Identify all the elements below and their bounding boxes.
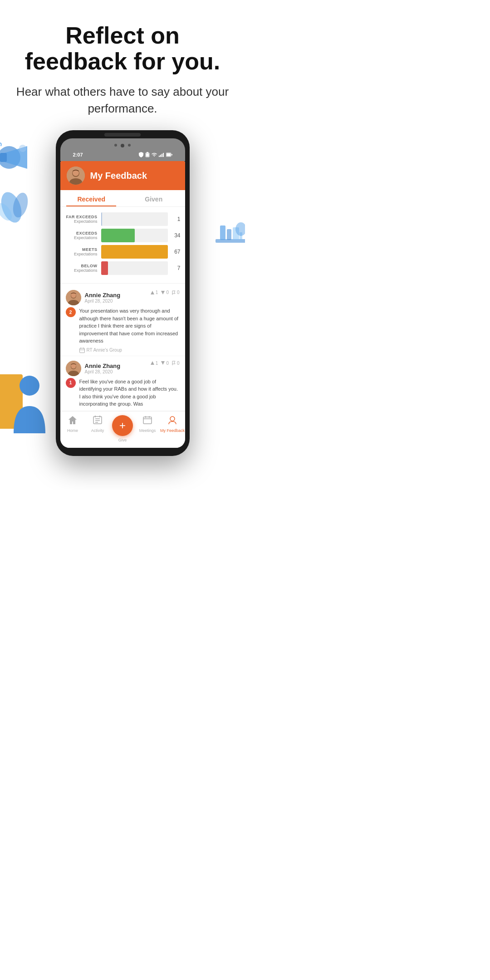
upvote-icon	[150, 290, 155, 295]
nav-activity-label: Activity	[91, 428, 104, 433]
feedback-reactions-2: 1 0 0	[150, 361, 180, 366]
upvote-2[interactable]: 1	[150, 361, 158, 366]
app-header-title: My Feedback	[90, 171, 147, 181]
tab-bar: Received Given	[60, 190, 185, 207]
svg-rect-15	[147, 152, 148, 153]
chart-row-below: BELOW Expectations 7	[65, 261, 181, 275]
chart-row-exceeds: EXCEEDS Expectations 34	[65, 229, 181, 242]
hero-subtitle: Hear what others have to say about your …	[14, 83, 231, 117]
svg-point-7	[20, 376, 39, 396]
meetings-icon	[142, 415, 152, 425]
svg-rect-43	[143, 417, 152, 424]
feedback-header-2: Annie Zhang April 28, 2020 1 0	[66, 361, 180, 376]
chart-section: FAR EXCEEDS Expectations 1 EXCEEDS Expec…	[60, 207, 185, 281]
phone-frame: 2:07	[56, 130, 190, 456]
avatar	[67, 167, 85, 185]
svg-point-0	[0, 146, 20, 169]
battery-full-status-icon	[166, 152, 172, 157]
downvote-1[interactable]: 0	[161, 290, 169, 295]
svg-point-5	[10, 191, 30, 219]
chart-bar-far-exceeds	[101, 212, 102, 226]
svg-rect-9	[220, 225, 225, 240]
flag-2[interactable]: 0	[172, 361, 180, 366]
feedback-reactions-1: 1 0 0	[150, 290, 180, 295]
hero-title: Reflect on feedback for you.	[14, 23, 231, 74]
chart-bar-below	[101, 261, 108, 275]
svg-point-3	[19, 145, 26, 152]
divider	[60, 283, 185, 284]
downvote-2[interactable]: 0	[161, 361, 169, 366]
nav-activity[interactable]: Activity	[85, 415, 110, 442]
phone-notch	[104, 133, 141, 137]
tab-received[interactable]: Received	[60, 190, 123, 206]
nav-give-label: Give	[118, 438, 127, 442]
feedback-date-2: April 28, 2020	[85, 369, 121, 374]
downvote-icon-2	[161, 361, 165, 365]
flag-1[interactable]: 0	[172, 290, 180, 295]
svg-rect-2	[0, 153, 7, 162]
svg-rect-11	[233, 227, 239, 240]
calendar-icon	[79, 348, 85, 353]
give-fab-button[interactable]: +	[112, 415, 133, 436]
deco-desk-icon	[213, 216, 245, 271]
feedback-item-2[interactable]: Annie Zhang April 28, 2020 1 0	[60, 356, 185, 411]
feedback-user-info-1: Annie Zhang April 28, 2020	[66, 290, 121, 305]
svg-point-29	[71, 293, 76, 298]
status-time: 2:07	[73, 152, 83, 157]
front-camera	[121, 144, 124, 147]
nav-home[interactable]: Home	[60, 415, 85, 442]
svg-point-36	[71, 363, 76, 368]
sensor-dot	[128, 144, 131, 147]
feedback-body-1: 2 Your presentation was very thorough an…	[66, 307, 180, 353]
phone-wrapper: 2:07	[0, 126, 245, 456]
deco-orange-bar	[0, 374, 23, 429]
feedback-badge-1: 2	[66, 307, 76, 317]
svg-point-6	[0, 201, 15, 223]
svg-rect-19	[162, 154, 162, 157]
deco-megaphone-icon	[0, 139, 36, 194]
svg-rect-10	[227, 229, 231, 240]
tab-given[interactable]: Given	[122, 190, 185, 206]
svg-marker-1	[5, 146, 27, 169]
my-feedback-icon	[167, 415, 177, 425]
svg-rect-30	[79, 348, 84, 353]
svg-rect-22	[167, 153, 171, 156]
nav-meetings-label: Meetings	[139, 428, 156, 433]
svg-point-47	[170, 416, 175, 421]
svg-rect-8	[216, 239, 245, 243]
nav-my-feedback-label: My Feedback	[160, 428, 185, 433]
chart-row-far-exceeds: FAR EXCEEDS Expectations 1	[65, 212, 181, 226]
bottom-nav: Home Activity	[60, 411, 185, 448]
battery-status-icon	[145, 152, 150, 157]
chart-bar-exceeds	[101, 229, 135, 242]
home-icon	[68, 415, 78, 425]
wifi-status-icon	[152, 152, 157, 157]
app-header: My Feedback	[60, 161, 185, 190]
upvote-1[interactable]: 1	[150, 290, 158, 295]
feedback-user-info-2: Annie Zhang April 28, 2020	[66, 361, 121, 376]
svg-rect-23	[172, 154, 172, 156]
feedback-name-2: Annie Zhang	[85, 363, 121, 369]
nav-my-feedback[interactable]: My Feedback	[160, 415, 185, 442]
svg-rect-16	[146, 153, 149, 157]
flag-icon	[172, 290, 176, 295]
nav-meetings[interactable]: Meetings	[135, 415, 160, 442]
downvote-icon	[161, 290, 165, 295]
activity-icon	[93, 415, 103, 425]
nav-home-label: Home	[67, 428, 78, 433]
deco-person-icon	[7, 374, 52, 433]
status-icons	[139, 152, 172, 157]
svg-rect-20	[163, 153, 164, 157]
hero-section: Reflect on feedback for you. Hear what o…	[0, 0, 245, 126]
feedback-text-2: Feel like you've done a good job of iden…	[79, 378, 180, 408]
nav-give[interactable]: + Give	[110, 415, 135, 442]
feedback-item[interactable]: Annie Zhang April 28, 2020 1 0	[60, 285, 185, 356]
feedback-badge-2: 1	[66, 378, 76, 388]
deco-leaves-icon	[0, 180, 32, 225]
chart-row-meets: MEETS Expectations 67	[65, 245, 181, 259]
feedback-avatar-1	[66, 290, 81, 305]
feedback-text-1: Your presentation was very thorough and …	[79, 307, 180, 345]
camera-dot	[114, 144, 117, 147]
feedback-avatar-2	[66, 361, 81, 376]
chart-bar-meets	[101, 245, 168, 259]
